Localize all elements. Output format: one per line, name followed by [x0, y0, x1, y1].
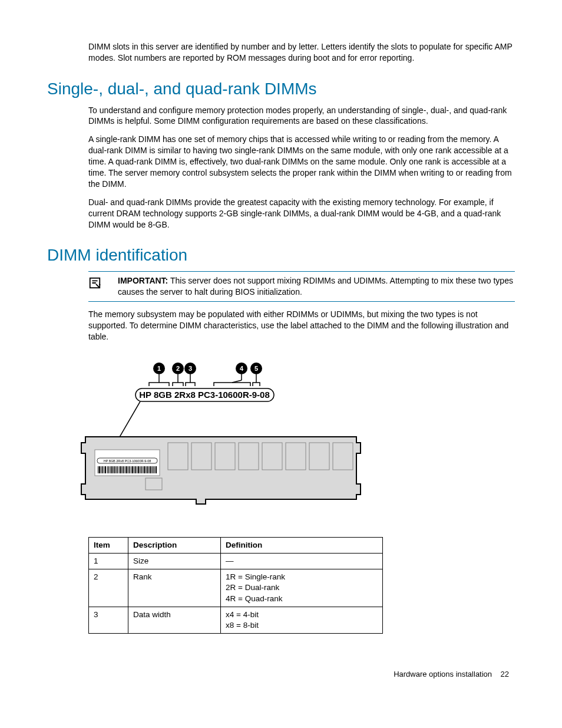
svg-rect-62 [191, 443, 211, 470]
svg-rect-53 [146, 466, 146, 473]
intro-paragraph: DIMM slots in this server are identified… [88, 41, 515, 64]
table-row: 2 Rank 1R = Single-rank 2R = Dual-rank 4… [89, 569, 383, 607]
callout-4: 4 [240, 365, 244, 372]
th-definition: Definition [221, 537, 383, 553]
svg-rect-35 [119, 466, 120, 473]
important-callout: IMPORTANT: This server does not support … [88, 271, 515, 302]
svg-rect-36 [120, 466, 121, 473]
svg-rect-40 [126, 466, 127, 473]
svg-rect-21 [98, 466, 98, 473]
svg-rect-34 [117, 466, 118, 473]
cell-item: 1 [89, 553, 128, 569]
callout-5: 5 [254, 365, 258, 372]
svg-rect-22 [99, 466, 100, 473]
footer-page-number: 22 [501, 670, 509, 678]
svg-rect-68 [333, 443, 353, 470]
svg-rect-49 [140, 466, 140, 473]
dimm-sticker-text: HP 8GB 2Rx8 PC3-10600R-9-08 [104, 459, 151, 463]
svg-rect-60 [156, 466, 157, 473]
callout-1: 1 [157, 365, 161, 372]
cell-item: 3 [89, 607, 128, 633]
svg-rect-45 [134, 466, 134, 473]
svg-rect-39 [125, 466, 125, 473]
svg-rect-33 [116, 466, 117, 473]
th-item: Item [89, 537, 128, 553]
svg-rect-43 [131, 466, 131, 473]
cell-def: x4 = 4-bit x8 = 8-bit [221, 607, 383, 633]
cell-item: 2 [89, 569, 128, 607]
svg-rect-67 [309, 443, 329, 470]
svg-rect-66 [286, 443, 306, 470]
svg-rect-37 [122, 466, 123, 473]
important-label: IMPORTANT: [118, 276, 168, 285]
para-ident-1: The memory subsystem may be populated wi… [88, 309, 515, 342]
svg-rect-30 [111, 466, 113, 473]
table-row: 1 Size — [89, 553, 383, 569]
svg-rect-29 [110, 466, 111, 473]
svg-rect-51 [143, 466, 143, 473]
svg-rect-38 [123, 466, 124, 473]
th-description: Description [128, 537, 221, 553]
important-text: This server does not support mixing RDIM… [118, 276, 513, 297]
svg-rect-48 [138, 466, 139, 473]
definition-table: Item Description Definition 1 Size — 2 R… [88, 537, 383, 634]
svg-rect-41 [128, 466, 128, 473]
callout-2: 2 [176, 365, 180, 372]
dimm-figure: 1 2 3 4 5 HP 8GB 2Rx8 PC3-10600R-9-08 HP… [80, 360, 515, 519]
svg-rect-47 [137, 466, 137, 473]
svg-rect-54 [147, 466, 148, 473]
para-ranks-1: To understand and configure memory prote… [88, 105, 515, 127]
svg-rect-26 [105, 466, 106, 473]
heading-identification: DIMM identification [47, 244, 515, 266]
heading-ranks: Single-, dual-, and quad-rank DIMMs [47, 78, 515, 100]
footer-section: Hardware options installation [394, 670, 492, 678]
svg-rect-65 [262, 443, 282, 470]
svg-rect-24 [102, 466, 103, 473]
table-row: 3 Data width x4 = 4-bit x8 = 8-bit [89, 607, 383, 633]
svg-rect-44 [132, 466, 133, 473]
svg-rect-32 [114, 466, 115, 473]
svg-rect-27 [107, 466, 108, 473]
cell-def: — [221, 553, 383, 569]
svg-rect-46 [135, 466, 136, 473]
cell-desc: Size [128, 553, 221, 569]
svg-rect-61 [168, 443, 188, 470]
page-footer: Hardware options installation 22 [47, 669, 515, 680]
svg-rect-58 [153, 466, 154, 473]
svg-rect-64 [239, 443, 259, 470]
dimm-label-text: HP 8GB 2Rx8 PC3-10600R-9-08 [139, 390, 270, 400]
table-header-row: Item Description Definition [89, 537, 383, 553]
svg-rect-28 [108, 466, 110, 473]
svg-rect-56 [150, 466, 151, 473]
svg-rect-69 [146, 478, 162, 490]
svg-rect-63 [215, 443, 235, 470]
cell-def: 1R = Single-rank 2R = Dual-rank 4R = Qua… [221, 569, 383, 607]
svg-rect-59 [154, 466, 155, 473]
svg-rect-31 [113, 466, 114, 473]
svg-rect-50 [141, 466, 142, 473]
svg-rect-25 [104, 466, 104, 473]
para-ranks-2: A single-rank DIMM has one set of memory… [88, 134, 515, 189]
callout-3: 3 [189, 365, 192, 372]
svg-rect-52 [144, 466, 145, 473]
svg-rect-55 [148, 466, 149, 473]
svg-rect-57 [151, 466, 152, 473]
svg-rect-23 [101, 466, 101, 473]
important-icon [88, 279, 101, 292]
svg-rect-42 [129, 466, 130, 473]
para-ranks-3: Dual- and quad-rank DIMMs provide the gr… [88, 197, 515, 230]
cell-desc: Rank [128, 569, 221, 607]
cell-desc: Data width [128, 607, 221, 633]
